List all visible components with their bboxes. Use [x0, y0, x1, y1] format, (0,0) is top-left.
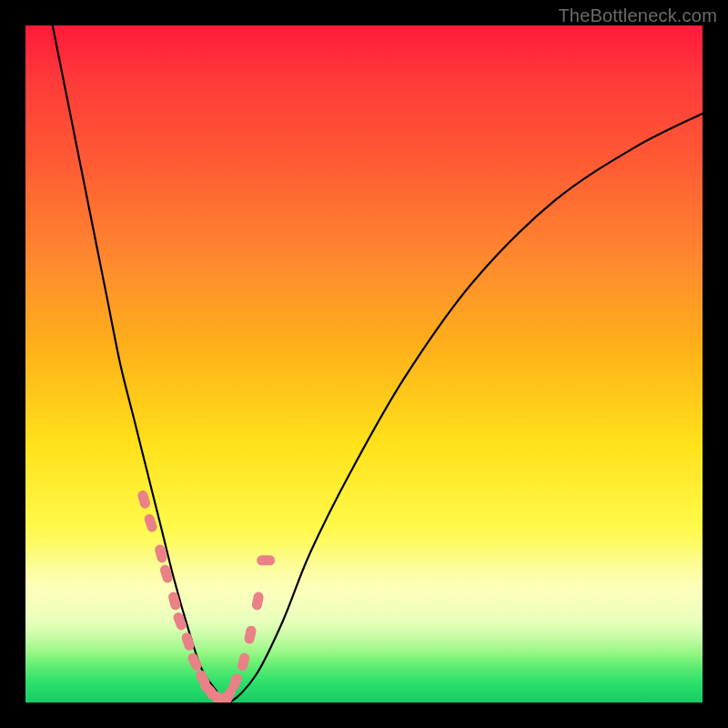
marker-dot — [136, 490, 151, 510]
marker-dot — [251, 592, 265, 612]
curve-layer — [25, 25, 703, 703]
plot-area — [25, 25, 703, 703]
chart-frame: TheBottleneck.com — [0, 0, 728, 728]
marker-dot — [143, 513, 158, 533]
marker-dot — [257, 555, 275, 565]
marker-dot — [243, 625, 257, 645]
marker-dot — [180, 632, 196, 652]
bottleneck-curve — [53, 25, 703, 703]
watermark-text: TheBottleneck.com — [558, 5, 717, 26]
marker-dot — [167, 591, 182, 611]
marker-dot — [237, 652, 251, 672]
highlighted-points — [136, 490, 275, 703]
